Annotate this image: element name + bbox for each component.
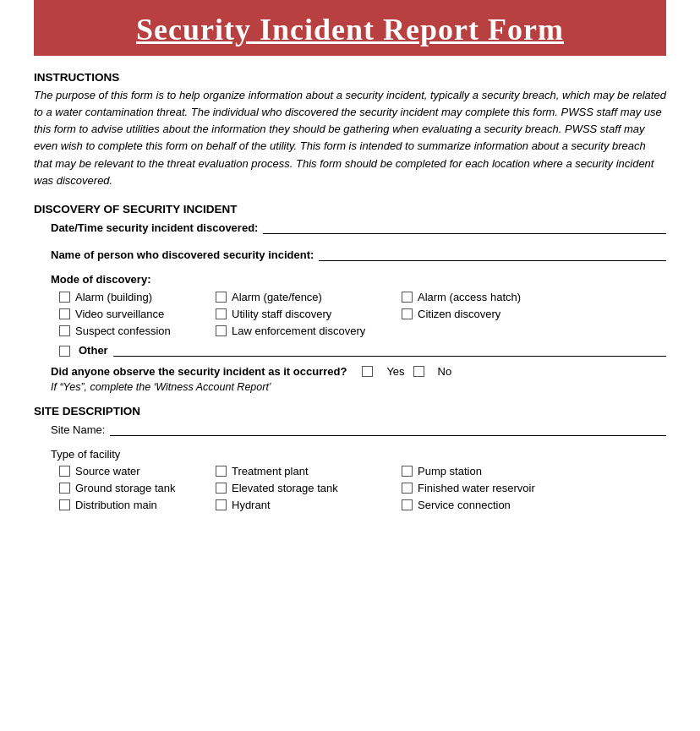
site-name-input-line[interactable] (110, 421, 666, 436)
discovery-section-title: DISCOVERY OF SECURITY INCIDENT (34, 203, 666, 215)
cb-service-connection[interactable]: Service connection (402, 499, 558, 511)
mode-row-3: Suspect confession Law enforcement disco… (59, 325, 666, 337)
name-input-line[interactable] (319, 246, 666, 261)
other-input-line[interactable] (113, 341, 666, 357)
cb-law[interactable]: Law enforcement discovery (216, 325, 402, 337)
instructions-body: The purpose of this form is to help orga… (34, 87, 666, 189)
facility-type-label: Type of facility (51, 448, 666, 461)
checkbox-service-connection[interactable] (402, 499, 413, 510)
site-name-label: Site Name: (51, 423, 105, 436)
mode-discovery-label: Mode of discovery: (51, 273, 666, 286)
facility-row-3: Distribution main Hydrant Service connec… (59, 499, 666, 511)
checkbox-suspect[interactable] (59, 325, 70, 336)
checkbox-no[interactable] (413, 366, 424, 377)
label-citizen: Citizen discovery (418, 308, 500, 320)
witness-row: Did anyone observe the security incident… (51, 365, 666, 378)
checkbox-treatment-plant[interactable] (216, 466, 227, 477)
checkbox-finished-water[interactable] (402, 483, 413, 494)
checkbox-elevated-storage[interactable] (216, 483, 227, 494)
header-banner: Security Incident Report Form (34, 0, 666, 56)
site-name-row: Site Name: (51, 421, 666, 436)
label-ground-storage: Ground storage tank (75, 482, 176, 494)
checkbox-law[interactable] (216, 325, 227, 336)
cb-alarm-hatch[interactable]: Alarm (access hatch) (402, 291, 558, 303)
date-field-row: Date/Time security incident discovered: (51, 219, 666, 234)
witness-question: Did anyone observe the security incident… (51, 365, 347, 378)
label-alarm-hatch: Alarm (access hatch) (418, 291, 521, 303)
label-pump-station: Pump station (418, 465, 482, 477)
cb-finished-water[interactable]: Finished water reservoir (402, 482, 558, 494)
cb-alarm-gate[interactable]: Alarm (gate/fence) (216, 291, 402, 303)
checkbox-source-water[interactable] (59, 466, 70, 477)
label-alarm-gate: Alarm (gate/fence) (232, 291, 322, 303)
checkbox-video[interactable] (59, 308, 70, 319)
mode-row-1: Alarm (building) Alarm (gate/fence) Alar… (59, 291, 666, 303)
cb-video[interactable]: Video surveillance (59, 308, 216, 320)
page: Security Incident Report Form INSTRUCTIO… (0, 0, 700, 731)
name-label: Name of person who discovered security i… (51, 248, 314, 261)
cb-pump-station[interactable]: Pump station (402, 465, 558, 477)
cb-hydrant[interactable]: Hydrant (216, 499, 402, 511)
checkbox-yes[interactable] (362, 366, 373, 377)
checkbox-hydrant[interactable] (216, 499, 227, 510)
checkbox-other[interactable] (59, 346, 70, 357)
date-label: Date/Time security incident discovered: (51, 221, 258, 234)
facility-row-1: Source water Treatment plant Pump statio… (59, 465, 666, 477)
cb-citizen[interactable]: Citizen discovery (402, 308, 558, 320)
cb-ground-storage[interactable]: Ground storage tank (59, 482, 216, 494)
no-label: No (438, 365, 452, 378)
cb-source-water[interactable]: Source water (59, 465, 216, 477)
cb-other[interactable] (59, 346, 75, 357)
facility-checkbox-grid: Source water Treatment plant Pump statio… (59, 465, 666, 511)
page-title: Security Incident Report Form (51, 12, 649, 47)
label-service-connection: Service connection (418, 499, 511, 511)
checkbox-pump-station[interactable] (402, 466, 413, 477)
facility-row-2: Ground storage tank Elevated storage tan… (59, 482, 666, 494)
label-utility: Utility staff discovery (232, 308, 331, 320)
label-suspect: Suspect confession (75, 325, 171, 337)
checkbox-alarm-building[interactable] (59, 292, 70, 303)
label-treatment-plant: Treatment plant (232, 465, 309, 477)
site-section-title: SITE DESCRIPTION (34, 405, 666, 417)
cb-treatment-plant[interactable]: Treatment plant (216, 465, 402, 477)
label-distribution-main: Distribution main (75, 499, 157, 511)
yes-no-group: Yes No (362, 365, 451, 378)
label-law: Law enforcement discovery (232, 325, 365, 337)
mode-row-2: Video surveillance Utility staff discove… (59, 308, 666, 320)
date-input-line[interactable] (263, 219, 666, 234)
checkbox-alarm-hatch[interactable] (402, 292, 413, 303)
label-finished-water: Finished water reservoir (418, 482, 535, 494)
mode-checkbox-grid: Alarm (building) Alarm (gate/fence) Alar… (59, 291, 666, 337)
cb-suspect[interactable]: Suspect confession (59, 325, 216, 337)
cb-distribution-main[interactable]: Distribution main (59, 499, 216, 511)
witness-note: If “Yes”, complete the ‘Witness Account … (51, 381, 666, 393)
instructions-title: INSTRUCTIONS (34, 71, 666, 84)
label-alarm-building: Alarm (building) (75, 291, 152, 303)
cb-elevated-storage[interactable]: Elevated storage tank (216, 482, 402, 494)
label-hydrant: Hydrant (232, 499, 271, 511)
checkbox-ground-storage[interactable] (59, 483, 70, 494)
checkbox-distribution-main[interactable] (59, 499, 70, 510)
cb-alarm-building[interactable]: Alarm (building) (59, 291, 216, 303)
cb-utility[interactable]: Utility staff discovery (216, 308, 402, 320)
checkbox-citizen[interactable] (402, 308, 413, 319)
checkbox-alarm-gate[interactable] (216, 292, 227, 303)
other-row: Other (59, 341, 666, 357)
other-label: Other (79, 344, 108, 357)
label-video: Video surveillance (75, 308, 164, 320)
label-source-water: Source water (75, 465, 140, 477)
checkbox-utility[interactable] (216, 308, 227, 319)
yes-label: Yes (386, 365, 404, 378)
label-elevated-storage: Elevated storage tank (232, 482, 338, 494)
name-field-row: Name of person who discovered security i… (51, 246, 666, 261)
